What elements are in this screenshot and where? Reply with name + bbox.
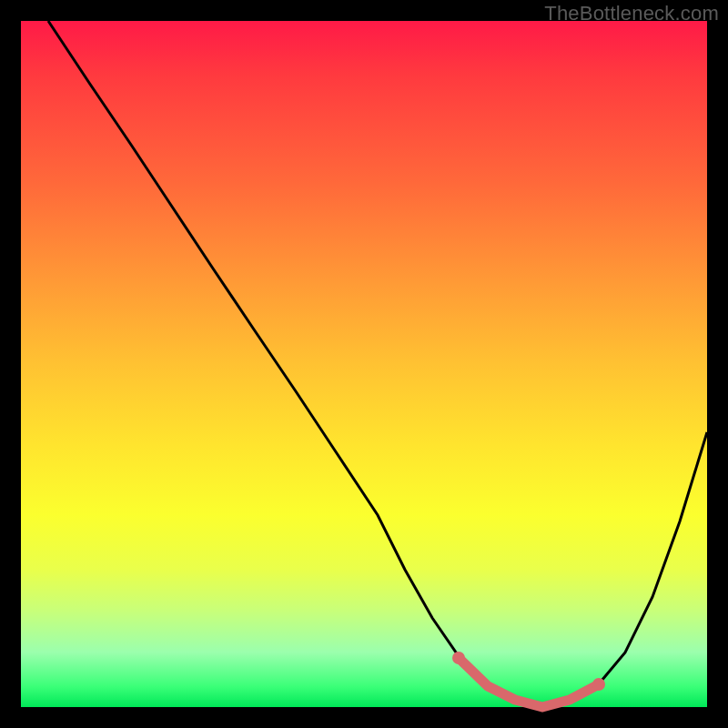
highlight-endpoint-left	[452, 652, 465, 664]
bottleneck-curve-line	[48, 21, 707, 707]
watermark-text: TheBottleneck.com	[544, 2, 719, 25]
chart-frame: TheBottleneck.com	[0, 0, 728, 728]
highlight-endpoint-right	[592, 678, 605, 691]
plot-area	[21, 21, 707, 707]
highlight-optimum-segment	[459, 658, 599, 707]
bottleneck-curve-svg	[21, 21, 707, 707]
